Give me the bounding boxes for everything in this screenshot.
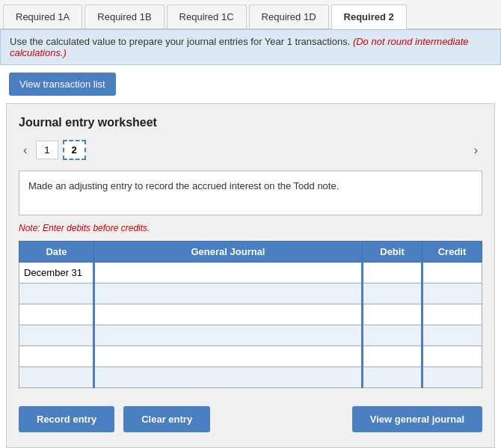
journal-input[interactable] <box>95 263 361 283</box>
debit-input[interactable] <box>363 346 421 366</box>
date-cell <box>19 283 94 304</box>
table-row: December 31 <box>19 263 482 283</box>
credit-cell[interactable] <box>422 346 482 367</box>
credit-input[interactable] <box>423 304 482 325</box>
view-general-journal-button[interactable]: View general journal <box>352 406 482 432</box>
journal-cell[interactable] <box>94 367 363 388</box>
col-header-journal: General Journal <box>94 242 363 263</box>
prev-page-button[interactable]: ‹ <box>19 142 31 159</box>
note-text: Note: Enter debits before credits. <box>19 223 482 233</box>
worksheet-panel: Journal entry worksheet ‹ 1 2 › Made an … <box>6 103 495 448</box>
col-header-debit: Debit <box>363 242 422 263</box>
credit-cell[interactable] <box>422 304 482 325</box>
credit-cell[interactable] <box>422 283 482 304</box>
credit-cell[interactable] <box>422 367 482 388</box>
credit-input[interactable] <box>423 367 482 387</box>
journal-input[interactable] <box>95 325 361 346</box>
debit-cell[interactable] <box>363 346 422 367</box>
col-header-date: Date <box>19 242 94 263</box>
debit-cell[interactable] <box>363 304 422 325</box>
tab-1a[interactable]: Required 1A <box>3 4 82 28</box>
journal-table: Date General Journal Debit Credit Decemb… <box>19 241 482 388</box>
record-entry-button[interactable]: Record entry <box>19 406 114 432</box>
journal-input[interactable] <box>95 367 361 387</box>
debit-cell[interactable] <box>363 367 422 388</box>
journal-cell[interactable] <box>94 263 363 283</box>
journal-cell[interactable] <box>94 346 363 367</box>
table-row <box>19 367 482 388</box>
credit-cell[interactable] <box>422 263 482 283</box>
credit-input[interactable] <box>423 346 482 366</box>
debit-input[interactable] <box>363 325 421 346</box>
debit-input[interactable] <box>363 304 421 325</box>
journal-input[interactable] <box>95 304 361 325</box>
date-cell <box>19 346 94 367</box>
journal-input[interactable] <box>95 283 361 304</box>
table-row <box>19 283 482 304</box>
view-transaction-button[interactable]: View transaction list <box>9 73 116 96</box>
tab-1c[interactable]: Required 1C <box>167 4 247 28</box>
tab-bar: Required 1ARequired 1BRequired 1CRequire… <box>0 0 501 29</box>
debit-cell[interactable] <box>363 263 422 283</box>
clear-entry-button[interactable]: Clear entry <box>123 406 210 432</box>
page-1-button[interactable]: 1 <box>36 141 58 159</box>
journal-cell[interactable] <box>94 283 363 304</box>
tab-1d[interactable]: Required 1D <box>249 4 329 28</box>
date-cell: December 31 <box>19 263 94 283</box>
debit-input[interactable] <box>363 367 421 387</box>
next-page-button[interactable]: › <box>470 142 482 159</box>
description-text: Made an adjusting entry to record the ac… <box>28 180 339 191</box>
date-cell <box>19 325 94 346</box>
date-cell <box>19 367 94 388</box>
credit-cell[interactable] <box>422 325 482 346</box>
table-row <box>19 346 482 367</box>
journal-cell[interactable] <box>94 304 363 325</box>
worksheet-title: Journal entry worksheet <box>19 116 482 129</box>
journal-input[interactable] <box>95 346 361 366</box>
credit-input[interactable] <box>423 263 482 283</box>
tab-1b[interactable]: Required 1B <box>84 4 164 28</box>
journal-cell[interactable] <box>94 325 363 346</box>
tab-2[interactable]: Required 2 <box>331 4 407 29</box>
credit-input[interactable] <box>423 283 482 304</box>
table-row <box>19 325 482 346</box>
bottom-buttons: Record entry Clear entry View general jo… <box>19 400 482 435</box>
table-row <box>19 304 482 325</box>
info-bar: Use the calculated value to prepare your… <box>0 29 501 65</box>
left-buttons: Record entry Clear entry <box>19 406 210 432</box>
credit-input[interactable] <box>423 325 482 346</box>
col-header-credit: Credit <box>422 242 482 263</box>
date-cell <box>19 304 94 325</box>
info-text: Use the calculated value to prepare your… <box>10 36 350 47</box>
debit-input[interactable] <box>363 283 421 304</box>
debit-input[interactable] <box>363 263 421 283</box>
page-2-button[interactable]: 2 <box>63 140 86 160</box>
debit-cell[interactable] <box>363 325 422 346</box>
description-box: Made an adjusting entry to record the ac… <box>19 171 482 215</box>
pagination: ‹ 1 2 › <box>19 140 482 160</box>
debit-cell[interactable] <box>363 283 422 304</box>
